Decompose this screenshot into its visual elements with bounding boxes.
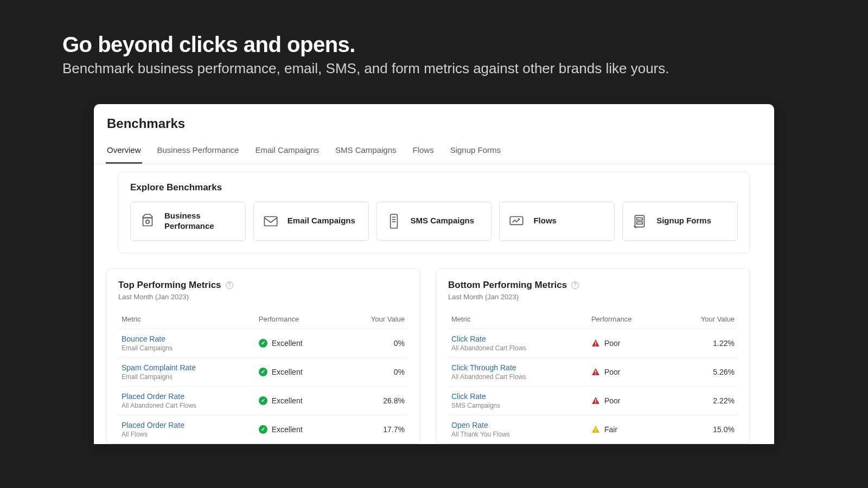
app-frame: Benchmarks OverviewBusiness PerformanceE…	[94, 104, 774, 444]
col-value: Your Value	[668, 311, 738, 329]
svg-rect-3	[390, 214, 397, 228]
metric-link[interactable]: Placed Order Rate	[122, 392, 252, 401]
svg-rect-8	[635, 215, 644, 227]
warning-triangle-icon	[591, 339, 600, 348]
svg-point-1	[146, 220, 149, 223]
explore-signup-forms[interactable]: Signup Forms	[622, 202, 738, 241]
metric-value: 15.0%	[668, 415, 738, 444]
explore-sms-campaigns[interactable]: SMS Campaigns	[376, 202, 492, 241]
explore-label: Email Campaigns	[288, 216, 355, 226]
metric-sub: Email Campaigns	[122, 373, 252, 381]
metric-value: 5.26%	[668, 357, 738, 386]
tab-signup-forms[interactable]: Signup Forms	[449, 140, 502, 164]
svg-rect-7	[510, 216, 523, 224]
svg-rect-12	[595, 345, 596, 345]
marketing-header: Go beyond clicks and opens. Benchmark bu…	[0, 0, 868, 93]
bottom-panel-title: Bottom Performing Metrics	[448, 280, 567, 291]
perf-label: Excellent	[272, 425, 303, 434]
warning-triangle-icon	[591, 396, 600, 405]
check-circle-icon: ✓	[259, 368, 267, 376]
perf-label: Poor	[604, 368, 621, 376]
page-subtitle: Benchmark business performance, email, S…	[62, 60, 806, 77]
perf-label: Poor	[604, 396, 621, 405]
perf-label: Fair	[604, 425, 617, 434]
svg-rect-16	[595, 402, 596, 403]
table-row: Click RateAll Abandoned Cart FlowsPoor1.…	[448, 329, 738, 357]
bottom-performing-panel: Bottom Performing Metrics ? Last Month (…	[436, 268, 750, 444]
table-row: Placed Order RateAll Abandoned Cart Flow…	[118, 386, 408, 415]
svg-rect-18	[595, 431, 596, 432]
explore-label: Business Performance	[164, 211, 238, 232]
tab-flows[interactable]: Flows	[412, 140, 435, 164]
tabs: OverviewBusiness PerformanceEmail Campai…	[94, 140, 774, 164]
tab-overview[interactable]: Overview	[106, 140, 142, 164]
svg-rect-14	[595, 374, 596, 374]
col-metric: Metric	[118, 311, 256, 329]
col-performance: Performance	[588, 311, 669, 329]
help-icon[interactable]: ?	[571, 281, 579, 289]
metric-link[interactable]: Open Rate	[451, 421, 585, 429]
explore-flows[interactable]: Flows	[499, 202, 615, 241]
tab-business-performance[interactable]: Business Performance	[156, 140, 240, 164]
metric-value: 2.22%	[668, 386, 738, 415]
table-row: Open RateAll Thank You FlowsFair15.0%	[448, 415, 738, 444]
svg-rect-11	[595, 342, 596, 344]
bottom-panel-subtitle: Last Month (Jan 2023)	[448, 293, 738, 301]
perf-label: Excellent	[272, 368, 303, 376]
svg-rect-0	[143, 217, 152, 226]
warning-triangle-icon	[591, 425, 600, 434]
svg-rect-10	[637, 222, 643, 224]
tab-email-campaigns[interactable]: Email Campaigns	[254, 140, 320, 164]
explore-email-campaigns[interactable]: Email Campaigns	[253, 202, 369, 241]
metric-link[interactable]: Click Through Rate	[451, 363, 585, 372]
perf-label: Excellent	[272, 396, 303, 405]
tab-sms-campaigns[interactable]: SMS Campaigns	[334, 140, 398, 164]
top-metrics-table: Metric Performance Your Value Bounce Rat…	[118, 311, 408, 444]
check-circle-icon: ✓	[259, 425, 267, 434]
metric-sub: All Abandoned Cart Flows	[451, 373, 585, 381]
metric-value: 17.7%	[340, 415, 408, 444]
explore-label: Signup Forms	[656, 216, 711, 226]
table-row: Spam Complaint RateEmail Campaigns✓Excel…	[118, 357, 408, 386]
explore-card: Explore Benchmarks Business PerformanceE…	[118, 172, 750, 253]
metric-sub: All Thank You Flows	[451, 431, 585, 438]
explore-title: Explore Benchmarks	[130, 182, 738, 193]
metric-link[interactable]: Placed Order Rate	[122, 421, 252, 429]
col-metric: Metric	[448, 311, 588, 329]
table-row: Bounce RateEmail Campaigns✓Excellent0%	[118, 329, 408, 357]
explore-label: Flows	[533, 216, 557, 226]
check-circle-icon: ✓	[259, 396, 267, 405]
metric-link[interactable]: Spam Complaint Rate	[122, 363, 252, 372]
metric-link[interactable]: Click Rate	[451, 392, 585, 401]
page-title: Go beyond clicks and opens.	[62, 33, 806, 57]
email-icon	[261, 212, 280, 230]
sms-icon	[385, 212, 403, 230]
metric-sub: SMS Campaigns	[451, 402, 585, 409]
table-row: Placed Order RateAll Flows✓Excellent17.7…	[118, 415, 408, 444]
warning-triangle-icon	[591, 368, 600, 376]
explore-business-performance[interactable]: Business Performance	[130, 202, 246, 241]
explore-grid: Business PerformanceEmail CampaignsSMS C…	[130, 202, 738, 241]
metric-link[interactable]: Bounce Rate	[122, 335, 252, 343]
metric-sub: All Flows	[122, 431, 252, 438]
perf-label: Poor	[604, 339, 621, 348]
metric-value: 0%	[340, 329, 408, 357]
metric-sub: All Abandoned Cart Flows	[122, 402, 252, 409]
metric-sub: All Abandoned Cart Flows	[451, 344, 585, 352]
table-row: Click RateSMS CampaignsPoor2.22%	[448, 386, 738, 415]
content: Explore Benchmarks Business PerformanceE…	[94, 164, 774, 444]
bottom-metrics-table: Metric Performance Your Value Click Rate…	[448, 311, 738, 444]
app-title: Benchmarks	[94, 104, 774, 140]
check-circle-icon: ✓	[259, 339, 267, 348]
explore-label: SMS Campaigns	[411, 216, 475, 226]
table-row: Click Through RateAll Abandoned Cart Flo…	[448, 357, 738, 386]
help-icon[interactable]: ?	[226, 281, 233, 289]
top-panel-subtitle: Last Month (Jan 2023)	[118, 293, 408, 301]
metric-value: 1.22%	[668, 329, 738, 357]
svg-rect-2	[264, 216, 277, 226]
panels: Top Performing Metrics ? Last Month (Jan…	[106, 268, 750, 444]
forms-icon	[630, 212, 649, 230]
svg-rect-9	[637, 217, 643, 220]
col-performance: Performance	[256, 311, 340, 329]
metric-link[interactable]: Click Rate	[451, 335, 585, 343]
